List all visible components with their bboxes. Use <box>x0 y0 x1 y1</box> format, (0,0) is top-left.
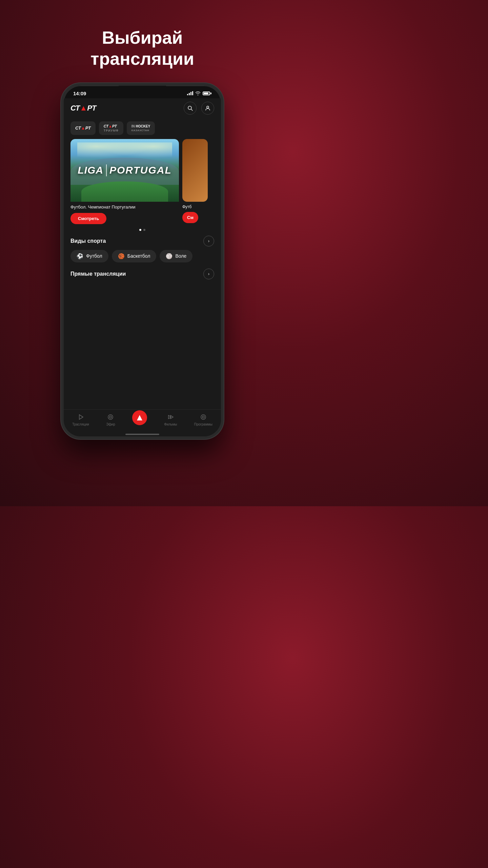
bottom-nav: Трасляции Эфир <box>64 409 221 431</box>
programs-nav-icon <box>199 413 207 421</box>
featured-cards: LIGA PORTUGAL Футбол. Чемпионат Португал… <box>70 139 214 224</box>
svg-point-4 <box>109 416 111 418</box>
broadcasts-nav-icon <box>77 413 85 421</box>
nav-programs[interactable]: Программы <box>194 413 212 426</box>
svg-marker-7 <box>168 415 171 419</box>
nav-broadcasts[interactable]: Трасляции <box>72 413 89 426</box>
secondary-watch-button[interactable]: См <box>182 212 198 223</box>
films-nav-label: Фильмы <box>164 422 177 426</box>
headline-line2: трансляции <box>90 48 194 69</box>
football-icon: ⚽ <box>77 253 83 259</box>
svg-point-5 <box>108 415 113 419</box>
volleyball-label: Воле <box>175 253 186 259</box>
nav-films[interactable]: Фильмы <box>164 413 177 426</box>
headline-line1: Выбирай <box>90 27 194 48</box>
watch-button[interactable]: Смотреть <box>70 213 106 224</box>
home-bar <box>125 434 159 435</box>
svg-marker-3 <box>79 415 83 419</box>
featured-card-main[interactable]: LIGA PORTUGAL Футбол. Чемпионат Португал… <box>70 139 179 224</box>
phone-shell: 14:09 СТ ▲ РТ <box>61 83 224 439</box>
tab-start[interactable]: СТ▲РТ <box>70 121 96 135</box>
svg-point-10 <box>202 416 204 418</box>
films-nav-icon <box>166 413 175 421</box>
broadcasts-arrow-button[interactable]: › <box>203 269 214 279</box>
secondary-card-title: Футб <box>182 204 208 209</box>
broadcasts-nav-label: Трасляции <box>72 422 89 426</box>
sport-football[interactable]: ⚽ Футбол <box>70 250 108 262</box>
featured-card-image: LIGA PORTUGAL <box>70 139 179 202</box>
basketball-icon: 🏀 <box>118 253 125 259</box>
app-screen: СТ ▲ РТ <box>64 98 221 436</box>
sport-basketball[interactable]: 🏀 Баскетбол <box>112 250 157 262</box>
liga-overlay: LIGA PORTUGAL <box>70 139 179 202</box>
content-spacer <box>64 283 221 409</box>
card-info: Футбол. Чемпионат Португалии Смотреть <box>70 202 179 224</box>
sports-arrow-button[interactable]: › <box>203 236 214 246</box>
wifi-icon <box>195 91 201 95</box>
broadcasts-section-header: Прямые трансляции › <box>64 267 221 283</box>
signal-icon <box>187 91 193 95</box>
headline: Выбирай трансляции <box>90 27 194 70</box>
sports-section-header: Виды спорта › <box>64 234 221 250</box>
featured-card-secondary[interactable]: Футб См <box>182 139 208 224</box>
svg-marker-6 <box>137 415 142 420</box>
search-button[interactable] <box>184 102 197 115</box>
status-icons <box>187 91 211 95</box>
secondary-card-image <box>182 139 208 202</box>
dot-1 <box>139 229 141 231</box>
tab-triumph[interactable]: СТ▲РТТРИУМФ <box>99 121 123 135</box>
basketball-label: Баскетбол <box>127 253 150 259</box>
ether-nav-icon <box>106 413 115 421</box>
status-time: 14:09 <box>73 91 86 96</box>
liga-title-1: LIGA <box>78 164 103 176</box>
sport-volleyball[interactable]: 🏐 Воле <box>160 250 192 262</box>
ether-nav-label: Эфир <box>106 422 115 426</box>
broadcasts-title: Прямые трансляции <box>70 271 126 277</box>
channel-tabs: СТ▲РТ СТ▲РТТРИУМФ IN HOCKEYКАЗАХСТАН <box>64 119 221 139</box>
nav-home[interactable] <box>132 410 147 425</box>
sports-title: Виды спорта <box>70 238 106 244</box>
battery-icon <box>203 92 211 95</box>
phone-notch <box>119 86 166 95</box>
app-logo: СТ ▲ РТ <box>70 104 97 113</box>
svg-point-2 <box>207 106 209 108</box>
dot-2 <box>143 229 145 231</box>
secondary-card-info: Футб См <box>182 202 208 223</box>
home-indicator <box>64 431 221 436</box>
card-title: Футбол. Чемпионат Португалии <box>70 204 179 210</box>
sports-row: ⚽ Футбол 🏀 Баскетбол 🏐 Воле <box>64 250 221 267</box>
tab-hockey[interactable]: IN HOCKEYКАЗАХСТАН <box>127 121 155 135</box>
header-icons <box>184 102 214 115</box>
profile-button[interactable] <box>201 102 214 115</box>
svg-point-9 <box>201 415 206 419</box>
carousel-dots <box>64 229 221 231</box>
liga-title-2: PORTUGAL <box>109 164 172 176</box>
volleyball-icon: 🏐 <box>166 253 172 259</box>
football-label: Футбол <box>86 253 102 259</box>
programs-nav-label: Программы <box>194 422 212 426</box>
app-header: СТ ▲ РТ <box>64 98 221 119</box>
featured-section: LIGA PORTUGAL Футбол. Чемпионат Португал… <box>64 139 221 224</box>
nav-ether[interactable]: Эфир <box>106 413 115 426</box>
home-nav-icon <box>132 410 147 425</box>
svg-line-1 <box>191 109 192 111</box>
